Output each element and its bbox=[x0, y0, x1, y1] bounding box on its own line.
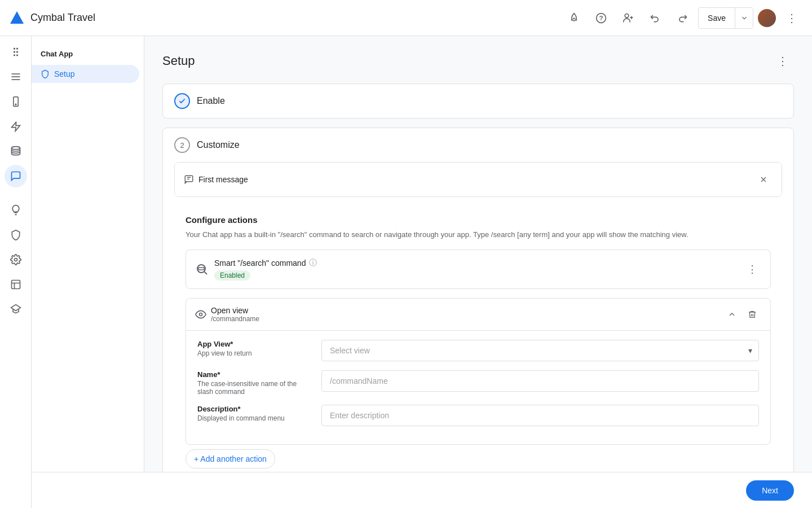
app-view-label-col: App View* App view to return bbox=[197, 340, 310, 357]
add-action-button[interactable]: + Add another action bbox=[186, 449, 275, 468]
step-2-number: 2 bbox=[174, 137, 190, 153]
open-view-subtitle: /commandname bbox=[211, 315, 259, 323]
svg-point-10 bbox=[16, 55, 17, 56]
chevron-down-icon bbox=[740, 14, 748, 22]
next-button[interactable]: Next bbox=[746, 480, 794, 501]
page-more-icon: ⋮ bbox=[777, 54, 788, 68]
delete-icon bbox=[748, 310, 757, 319]
app-view-row: App View* App view to return Select view… bbox=[197, 340, 759, 361]
step-2-content: First message bbox=[163, 162, 793, 489]
more-vert-icon: ⋮ bbox=[786, 11, 797, 25]
first-message-header-right bbox=[754, 170, 773, 189]
security-icon bbox=[10, 229, 21, 240]
name-row: Name* The case-insensitive name of the s… bbox=[197, 370, 759, 396]
sidebar-settings-icon-btn[interactable] bbox=[5, 248, 27, 271]
sidebar-chat-icon-btn[interactable] bbox=[5, 165, 27, 187]
undo-icon bbox=[650, 12, 661, 24]
settings-icon bbox=[10, 254, 21, 265]
redo-button[interactable] bbox=[671, 7, 694, 29]
eye-icon bbox=[195, 309, 206, 320]
open-view-header: Open view /commandname bbox=[186, 299, 770, 331]
smart-search-more-icon: ⋮ bbox=[747, 263, 757, 275]
app-view-input-col: Select view ▾ bbox=[321, 340, 759, 361]
smart-search-card: Smart "/search" command ⓘ Enabled ⋮ bbox=[186, 249, 771, 289]
first-message-close-button[interactable] bbox=[754, 170, 773, 189]
svg-point-5 bbox=[14, 48, 15, 49]
open-view-title-group: Open view /commandname bbox=[211, 306, 259, 323]
open-view-body: App View* App view to return Select view… bbox=[186, 331, 770, 444]
svg-marker-0 bbox=[10, 11, 24, 24]
configure-actions-section: Configure actions Your Chat app has a bu… bbox=[174, 206, 782, 478]
app-view-select[interactable]: Select view bbox=[321, 340, 759, 361]
layout: Chat App Setup Setup ⋮ Enable bbox=[0, 36, 812, 508]
sidebar-bulb-icon-btn[interactable] bbox=[5, 199, 27, 221]
svg-point-8 bbox=[16, 51, 17, 52]
step-1-title: Enable bbox=[197, 96, 225, 106]
sidebar-drag-icon-btn[interactable] bbox=[5, 41, 27, 63]
nav-section-title: Chat App bbox=[32, 45, 144, 63]
description-input[interactable] bbox=[321, 405, 759, 426]
bulb-icon bbox=[10, 204, 21, 216]
topbar: Cymbal Travel ? bbox=[0, 0, 812, 36]
svg-point-1 bbox=[573, 17, 575, 19]
page-header: Setup ⋮ bbox=[162, 50, 794, 72]
main-content: Setup ⋮ Enable 2 Customize bbox=[144, 36, 812, 508]
svg-rect-25 bbox=[198, 268, 204, 270]
first-message-title: First message bbox=[198, 175, 248, 184]
rocket-button[interactable] bbox=[563, 7, 585, 29]
step-customize-header[interactable]: 2 Customize bbox=[163, 128, 793, 162]
sidebar-mobile-icon-btn[interactable] bbox=[5, 90, 27, 113]
app-view-sublabel: App view to return bbox=[197, 349, 310, 357]
step-customize-card: 2 Customize First message bbox=[162, 128, 794, 489]
rocket-icon bbox=[568, 12, 580, 24]
save-dropdown-button[interactable] bbox=[735, 8, 753, 28]
add-action-label: + Add another action bbox=[194, 454, 267, 463]
sidebar-security-icon-btn[interactable] bbox=[5, 224, 27, 246]
add-person-button[interactable] bbox=[617, 7, 639, 29]
check-icon bbox=[178, 97, 186, 105]
sidebar-lightning-icon-btn[interactable] bbox=[5, 115, 27, 138]
help-button[interactable]: ? bbox=[590, 7, 612, 29]
open-view-header-left: Open view /commandname bbox=[195, 306, 259, 323]
open-view-header-right bbox=[723, 305, 761, 323]
bottom-bar: Next bbox=[32, 472, 812, 508]
first-message-icon bbox=[184, 174, 194, 185]
svg-point-7 bbox=[14, 51, 15, 52]
topbar-right: ? Save bbox=[563, 7, 803, 29]
open-view-delete-button[interactable] bbox=[743, 305, 761, 323]
graduation-icon bbox=[10, 304, 21, 315]
chevron-up-icon bbox=[727, 310, 736, 319]
sidebar-chart-icon-btn[interactable] bbox=[5, 273, 27, 296]
setup-nav-icon bbox=[41, 69, 50, 78]
step-2-title: Customize bbox=[197, 140, 240, 150]
smart-search-more-button[interactable]: ⋮ bbox=[743, 260, 761, 278]
step-enable-header[interactable]: Enable bbox=[163, 84, 793, 118]
page-title: Setup bbox=[162, 54, 195, 68]
avatar[interactable] bbox=[758, 9, 776, 27]
open-view-card: Open view /commandname bbox=[186, 298, 771, 445]
nav-item-setup[interactable]: Setup bbox=[32, 65, 139, 83]
storage-icon bbox=[10, 146, 21, 157]
chart-icon bbox=[10, 279, 21, 290]
name-input[interactable] bbox=[321, 370, 759, 392]
open-view-collapse-button[interactable] bbox=[723, 305, 741, 323]
drag-icon bbox=[10, 46, 21, 58]
sidebar-graduation-icon-btn[interactable] bbox=[5, 298, 27, 321]
svg-point-4 bbox=[625, 14, 629, 17]
page-more-button[interactable]: ⋮ bbox=[771, 50, 794, 72]
name-sublabel: The case-insensitive name of the slash c… bbox=[197, 380, 310, 396]
step-1-number bbox=[174, 93, 190, 109]
more-menu-button[interactable]: ⋮ bbox=[780, 7, 803, 29]
description-input-col bbox=[321, 405, 759, 426]
description-label: Description* bbox=[197, 405, 310, 413]
svg-text:?: ? bbox=[599, 14, 603, 21]
app-view-label: App View* bbox=[197, 340, 310, 348]
sidebar-storage-icon-btn[interactable] bbox=[5, 140, 27, 163]
mobile-icon bbox=[10, 96, 21, 107]
undo-button[interactable] bbox=[644, 7, 667, 29]
topbar-left: Cymbal Travel bbox=[9, 10, 95, 26]
save-button[interactable]: Save bbox=[699, 9, 735, 27]
configure-title: Configure actions bbox=[186, 215, 771, 225]
sidebar-list-icon-btn[interactable] bbox=[5, 65, 27, 88]
open-view-title: Open view bbox=[211, 306, 259, 315]
